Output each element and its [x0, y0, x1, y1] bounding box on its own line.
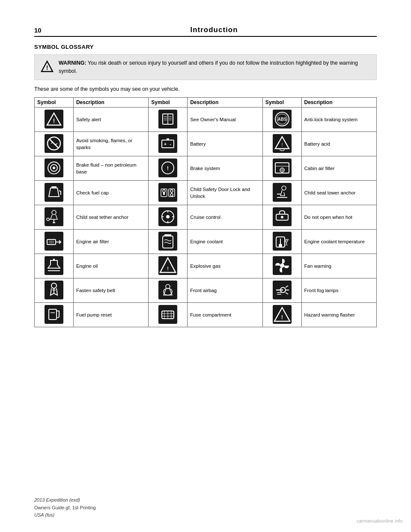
description-cell: Battery acid [301, 132, 376, 156]
description-cell: Hazard warning flasher [301, 303, 376, 327]
svg-rect-21 [158, 134, 177, 153]
description-cell: Safety alert [73, 108, 148, 132]
footer-model: 2013 Expedition (exd) [34, 497, 80, 502]
svg-text:+: + [164, 141, 167, 146]
symbol-cell [262, 230, 301, 254]
description-cell: Engine coolant temperature [301, 230, 376, 254]
description-cell: Fuse compartment [188, 303, 262, 327]
description-cell: Battery [188, 132, 262, 156]
svg-text:!: ! [281, 314, 283, 320]
svg-rect-23 [167, 138, 169, 140]
table-row: Engine air filterEngine coolantEngine co… [35, 230, 377, 254]
description-cell: Fuel pump reset [73, 303, 148, 327]
svg-point-32 [53, 167, 55, 169]
description-cell: Fan warning [301, 254, 376, 278]
table-row: Brake fluid – non petroleum base!Brake s… [35, 156, 377, 181]
page-title: Introduction [51, 26, 377, 34]
table-row: Child seat tether anchorCruise controlDo… [35, 205, 377, 230]
symbol-cell [35, 132, 74, 156]
svg-rect-73 [164, 234, 171, 236]
description-cell: Front fog lamps [301, 278, 376, 303]
description-cell: Explosive gas [188, 254, 262, 278]
intro-text: These are some of the symbols you may se… [34, 86, 377, 92]
svg-point-83 [280, 263, 284, 268]
svg-text:!: ! [167, 165, 169, 171]
description-cell: Brake system [188, 156, 262, 181]
footer-line1: 2013 Expedition (exd) [34, 496, 96, 504]
symbol-cell [35, 278, 74, 303]
symbol-cell [262, 156, 301, 181]
table-row: Engine oil!Explosive gasFan warning [35, 254, 377, 278]
svg-text:!: ! [46, 64, 48, 71]
symbol-cell [35, 230, 74, 254]
description-cell: Child Safety Door Lock and Unlock [188, 181, 262, 205]
svg-rect-96 [45, 305, 63, 324]
symbol-cell [149, 205, 188, 230]
description-cell: Front airbag [188, 278, 262, 303]
description-cell: Avoid smoking, flames, or sparks [73, 132, 148, 156]
description-cell: Child seat lower anchor [301, 181, 376, 205]
description-cell: See Owner's Manual [188, 108, 262, 132]
symbol-cell [35, 303, 74, 327]
symbol-cell [149, 108, 188, 132]
description-cell: Engine air filter [73, 230, 148, 254]
section-heading: SYMBOL GLOSSARY [34, 44, 377, 50]
table-row: Fasten safety beltFront airbagFront fog … [35, 278, 377, 303]
svg-text:ABS: ABS [277, 117, 286, 122]
symbol-cell [35, 254, 74, 278]
symbol-cell [262, 181, 301, 205]
svg-point-77 [279, 244, 282, 247]
watermark: carmanualsonline.info [357, 518, 402, 523]
symbol-cell: ! [262, 303, 301, 327]
svg-rect-52 [273, 183, 292, 202]
symbol-cell: +- [149, 132, 188, 156]
table-row: !Safety alertSee Owner's ManualABSAnti-l… [35, 108, 377, 132]
svg-text:!: ! [281, 142, 283, 147]
svg-rect-43 [51, 186, 57, 188]
svg-rect-86 [158, 281, 177, 299]
page-number: 10 [34, 27, 51, 34]
col-header-4: Description [188, 98, 262, 108]
description-cell: Do not open when hot [301, 205, 376, 230]
svg-text:-: - [170, 141, 171, 146]
symbol-cell: ABS [262, 108, 301, 132]
col-header-5: Symbol [262, 98, 301, 108]
description-cell: Brake fluid – non petroleum base [73, 156, 148, 181]
warning-body: You risk death or serious injury to your… [59, 60, 358, 74]
table-row: Fuel pump resetFuse compartment!Hazard w… [35, 303, 377, 327]
table-row: Avoid smoking, flames, or sparks+-Batter… [35, 132, 377, 156]
symbol-cell [35, 156, 74, 181]
svg-rect-47 [163, 192, 165, 195]
table-header-row: Symbol Description Symbol Description Sy… [35, 98, 377, 108]
symbol-cell [149, 278, 188, 303]
description-cell: Anti-lock braking system [301, 108, 376, 132]
col-header-3: Symbol [149, 98, 188, 108]
symbol-cell [149, 230, 188, 254]
col-header-2: Description [73, 98, 148, 108]
page-header: 10 Introduction [34, 26, 377, 37]
symbol-cell [35, 181, 74, 205]
symbol-cell [262, 205, 301, 230]
symbol-cell: ! [262, 132, 301, 156]
description-cell: Child seat tether anchor [73, 205, 148, 230]
description-cell: Fasten safety belt [73, 278, 148, 303]
description-cell: Engine oil [73, 254, 148, 278]
symbol-cell [262, 254, 301, 278]
symbol-cell: ! [149, 254, 188, 278]
warning-triangle-icon: ! [41, 60, 54, 75]
symbol-cell [35, 205, 74, 230]
description-cell: Cruise control [188, 205, 262, 230]
svg-point-66 [281, 216, 283, 218]
svg-rect-74 [273, 232, 292, 251]
symbol-table: Symbol Description Symbol Description Sy… [34, 97, 377, 327]
symbol-cell [262, 278, 301, 303]
symbol-cell: ! [149, 156, 188, 181]
footer-line2: Owners Guide gf, 1st Printing [34, 504, 96, 512]
footer-line3: USA (fus) [34, 511, 96, 519]
symbol-cell: ! [35, 108, 74, 132]
symbol-cell [149, 303, 188, 327]
warning-box: ! WARNING: You risk death or serious inj… [34, 54, 377, 80]
description-cell: Check fuel cap [73, 181, 148, 205]
symbol-cell [149, 181, 188, 205]
svg-text:!: ! [167, 266, 169, 271]
